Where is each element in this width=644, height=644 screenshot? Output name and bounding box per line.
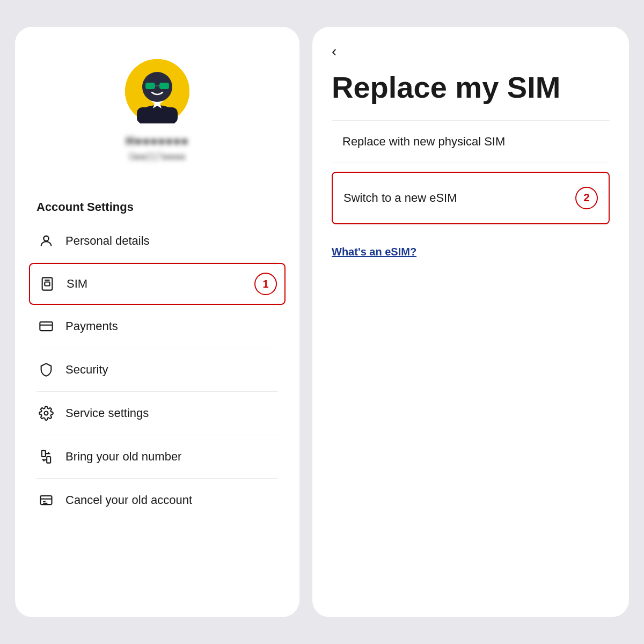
esim-label: Switch to a new eSIM — [343, 191, 457, 205]
svg-rect-13 — [40, 322, 52, 331]
sidebar-item-payments[interactable]: Payments — [36, 305, 278, 348]
svg-rect-16 — [42, 450, 46, 457]
cancel-account-label: Cancel your old account — [65, 493, 192, 507]
sidebar-item-cancel-account[interactable]: Cancel your old account — [36, 479, 278, 522]
cancel-icon — [36, 491, 56, 510]
back-button[interactable]: ‹ — [312, 27, 629, 65]
svg-rect-11 — [45, 282, 49, 286]
security-label: Security — [65, 363, 108, 377]
sidebar-item-security[interactable]: Security — [36, 348, 278, 392]
esim-option-row: Switch to a new eSIM 2 — [343, 187, 598, 209]
right-panel: ‹ Replace my SIM Replace with new physic… — [312, 27, 629, 617]
svg-rect-10 — [42, 277, 53, 290]
avatar — [125, 59, 189, 123]
card-icon — [36, 317, 56, 336]
right-content: Replace with new physical SIM Switch to … — [312, 120, 629, 617]
settings-icon — [36, 404, 56, 423]
shield-icon — [36, 360, 56, 379]
payments-label: Payments — [65, 319, 118, 333]
service-settings-label: Service settings — [65, 406, 149, 420]
transfer-icon — [36, 447, 56, 466]
user-number: 0●●217●●●● — [129, 151, 185, 163]
svg-point-15 — [45, 412, 48, 415]
sidebar-item-personal-details[interactable]: Personal details — [36, 219, 278, 263]
sim-badge: 1 — [254, 273, 277, 295]
physical-sim-option[interactable]: Replace with new physical SIM — [332, 120, 610, 163]
whats-esim-link[interactable]: What's an eSIM? — [332, 246, 416, 258]
svg-rect-5 — [145, 83, 155, 89]
svg-rect-17 — [47, 457, 50, 463]
user-name: H●●●●●●● — [126, 134, 189, 148]
sidebar-item-bring-number[interactable]: Bring your old number — [36, 435, 278, 479]
svg-rect-6 — [159, 83, 169, 89]
person-icon — [36, 231, 56, 251]
sidebar-item-service-settings[interactable]: Service settings — [36, 392, 278, 435]
esim-option[interactable]: Switch to a new eSIM 2 — [332, 172, 610, 224]
sim-icon — [38, 274, 57, 294]
page-title: Replace my SIM — [312, 65, 629, 120]
svg-point-9 — [43, 236, 48, 241]
svg-rect-2 — [137, 107, 178, 123]
sim-label: SIM — [67, 277, 87, 291]
personal-details-label: Personal details — [65, 234, 150, 248]
bring-number-label: Bring your old number — [65, 450, 181, 464]
sidebar-item-sim[interactable]: SIM 1 — [29, 263, 286, 305]
left-panel: H●●●●●●● 0●●217●●●● Account Settings Per… — [15, 27, 299, 617]
physical-sim-label: Replace with new physical SIM — [342, 135, 505, 148]
account-settings-section: Account Settings Personal details — [15, 184, 299, 617]
section-title: Account Settings — [36, 200, 278, 214]
esim-badge: 2 — [575, 187, 598, 209]
profile-section: H●●●●●●● 0●●217●●●● — [15, 27, 299, 184]
